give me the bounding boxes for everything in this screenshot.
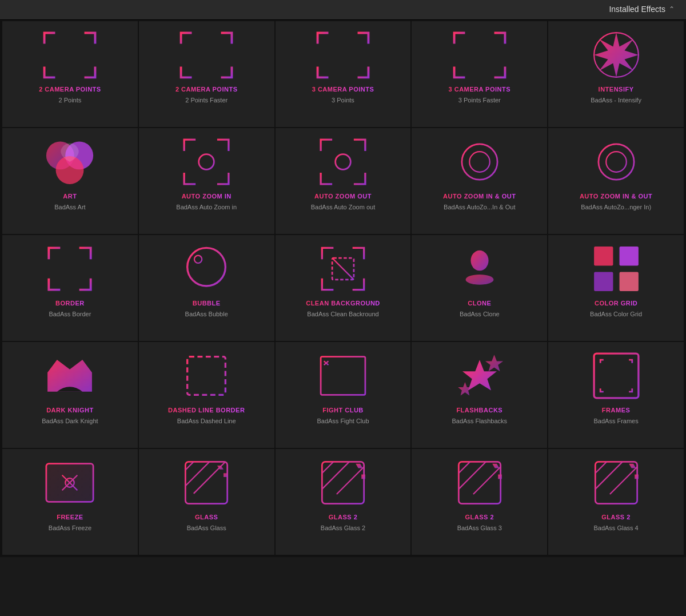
effect-title-clean-background: CLEAN BACKGROUND: [306, 299, 380, 307]
svg-marker-61: [356, 464, 362, 468]
effect-title-art: ART: [63, 192, 77, 200]
effect-cell-freeze[interactable]: FREEZEBadAss Freeze: [2, 449, 138, 555]
effect-icon-2cam-points: [41, 29, 98, 81]
effect-icon-glass: [178, 457, 235, 508]
effect-title-auto-zoom-out: AUTO ZOOM OUT: [314, 192, 372, 200]
effect-icon-clean-background: [314, 243, 372, 295]
effect-subtitle-glass3: BadAss Glass 3: [457, 524, 502, 532]
effect-title-clone: CLONE: [468, 299, 491, 307]
effect-icon-dashed-line-border: [178, 350, 235, 402]
effect-subtitle-auto-zoom-in-out: BadAss AutoZo...In & Out: [444, 203, 515, 212]
effect-cell-art[interactable]: ARTBadAss Art: [2, 128, 138, 234]
effect-cell-auto-zoom-out[interactable]: AUTO ZOOM OUTBadAss Auto Zoom out: [276, 128, 411, 234]
effect-title-2cam-points: 2 CAMERA POINTS: [39, 85, 101, 93]
effect-title-3cam-points: 3 CAMERA POINTS: [312, 85, 374, 93]
effect-subtitle-glass2: BadAss Glass 2: [321, 524, 365, 532]
effect-cell-clean-background[interactable]: CLEAN BACKGROUNDBadAss Clean Backround: [276, 235, 411, 341]
svg-point-25: [470, 251, 488, 271]
svg-rect-28: [594, 247, 613, 265]
effect-subtitle-dashed-line-border: BadAss Dashed Line: [177, 417, 236, 426]
effect-title-glass4: GLASS 2: [601, 513, 631, 521]
effect-subtitle-glass: BadAss Glass: [187, 524, 226, 532]
effect-icon-2cam-points-faster: [178, 29, 235, 81]
svg-marker-74: [635, 475, 639, 479]
effect-cell-glass[interactable]: GLASSBadAss Glass: [139, 449, 274, 555]
svg-line-53: [186, 462, 210, 486]
effect-title-glass: GLASS: [195, 513, 218, 521]
svg-point-15: [598, 144, 633, 180]
installed-effects-label: Installed Effects: [609, 5, 665, 14]
effect-icon-3cam-points: [314, 29, 372, 81]
effect-title-2cam-points-faster: 2 CAMERA POINTS: [176, 85, 238, 93]
effect-cell-auto-zoom-in[interactable]: AUTO ZOOM INBadAss Auto Zoom in: [139, 128, 274, 234]
effect-title-dashed-line-border: DASHED LINE BORDER: [168, 406, 245, 414]
effect-subtitle-fight-club: BadAss Fight Club: [317, 417, 369, 426]
effect-subtitle-auto-zoom-in-out2: BadAss AutoZo...nger In): [581, 203, 651, 212]
svg-line-58: [322, 462, 333, 473]
effect-cell-fight-club[interactable]: FIGHT CLUBBadAss Fight Club: [276, 342, 411, 448]
effect-cell-2cam-points-faster[interactable]: 2 CAMERA POINTS2 Points Faster: [139, 21, 274, 127]
svg-marker-68: [498, 475, 502, 479]
top-bar: Installed Effects ⌃: [0, 0, 686, 19]
effect-cell-2cam-points[interactable]: 2 CAMERA POINTS2 Points: [2, 21, 138, 127]
effect-cell-dark-knight[interactable]: DARK KNIGHTBadAss Dark Knight: [2, 342, 138, 448]
installed-effects-dropdown[interactable]: Installed Effects ⌃: [609, 5, 675, 14]
effect-cell-border[interactable]: BORDERBadAss Border: [2, 235, 138, 341]
effect-icon-auto-zoom-out: [314, 136, 372, 188]
effect-title-auto-zoom-in-out: AUTO ZOOM IN & OUT: [443, 192, 516, 200]
effect-cell-3cam-points-faster[interactable]: 3 CAMERA POINTS3 Points Faster: [412, 21, 547, 127]
effect-icon-intensify: [588, 29, 645, 81]
effect-icon-freeze: [41, 457, 98, 508]
effect-icon-bubble: [178, 243, 235, 295]
svg-point-26: [465, 275, 493, 285]
effect-subtitle-freeze: BadAss Freeze: [49, 524, 91, 532]
effect-cell-intensify[interactable]: INTENSIFYBadAss - Intensify: [548, 21, 684, 127]
effect-cell-auto-zoom-in-out2[interactable]: AUTO ZOOM IN & OUTBadAss AutoZo...nger I…: [548, 128, 684, 234]
effect-title-dark-knight: DARK KNIGHT: [46, 406, 94, 414]
effect-cell-flashbacks[interactable]: FLASHBACKSBadAss Flashbacks: [412, 342, 547, 448]
effect-cell-glass4[interactable]: GLASS 2BadAss Glass 4: [548, 449, 684, 555]
effect-title-auto-zoom-in-out2: AUTO ZOOM IN & OUT: [580, 192, 652, 200]
effect-subtitle-3cam-points-faster: 3 Points Faster: [458, 96, 501, 105]
svg-marker-56: [224, 473, 228, 477]
svg-point-22: [194, 256, 202, 263]
effect-cell-glass3[interactable]: GLASS 2BadAss Glass 3: [412, 449, 547, 555]
effect-cell-glass2[interactable]: GLASS 2BadAss Glass 2: [276, 449, 411, 555]
effect-icon-dark-knight: [41, 350, 98, 402]
svg-line-64: [458, 462, 470, 473]
effect-subtitle-glass4: BadAss Glass 4: [593, 524, 638, 532]
effect-icon-flashbacks: [451, 350, 508, 402]
effect-cell-color-grid[interactable]: COLOR GRIDBadAss Color Grid: [548, 235, 684, 341]
effect-cell-dashed-line-border[interactable]: DASHED LINE BORDERBadAss Dashed Line: [139, 342, 274, 448]
svg-rect-29: [619, 247, 638, 265]
svg-marker-73: [629, 464, 636, 468]
effect-title-glass3: GLASS 2: [465, 513, 494, 521]
effect-cell-bubble[interactable]: BUBBLEBadAss Bubble: [139, 235, 274, 341]
effect-subtitle-auto-zoom-out: BadAss Auto Zoom out: [311, 203, 376, 212]
effect-subtitle-clone: BadAss Clone: [460, 310, 500, 319]
effect-icon-glass3: [451, 457, 508, 508]
svg-marker-67: [492, 464, 499, 468]
effect-cell-3cam-points[interactable]: 3 CAMERA POINTS3 Points: [276, 21, 411, 127]
effect-icon-3cam-points-faster: [451, 29, 508, 81]
effect-subtitle-color-grid: BadAss Color Grid: [590, 310, 642, 319]
svg-point-21: [188, 248, 226, 286]
effect-icon-fight-club: [314, 350, 372, 402]
svg-line-24: [332, 258, 354, 280]
effect-icon-frames: [588, 350, 645, 402]
effect-title-fight-club: FIGHT CLUB: [322, 406, 364, 414]
effect-subtitle-auto-zoom-in: BadAss Auto Zoom in: [176, 203, 237, 212]
effect-subtitle-3cam-points: 3 Points: [332, 96, 354, 105]
effect-cell-frames[interactable]: FRAMESBadAss Frames: [548, 342, 684, 448]
svg-marker-41: [485, 355, 503, 371]
effect-cell-auto-zoom-in-out[interactable]: AUTO ZOOM IN & OUTBadAss AutoZo...In & O…: [412, 128, 547, 234]
effect-icon-art: [41, 136, 98, 188]
effect-title-3cam-points-faster: 3 CAMERA POINTS: [449, 85, 511, 93]
effect-icon-border: [41, 243, 98, 295]
effect-cell-clone[interactable]: CLONEBadAss Clone: [412, 235, 547, 341]
effect-subtitle-border: BadAss Border: [49, 310, 91, 319]
effect-title-auto-zoom-in: AUTO ZOOM IN: [182, 192, 232, 200]
chevron-icon: ⌃: [669, 5, 675, 13]
svg-rect-30: [594, 272, 613, 291]
effect-icon-color-grid: [588, 243, 645, 295]
